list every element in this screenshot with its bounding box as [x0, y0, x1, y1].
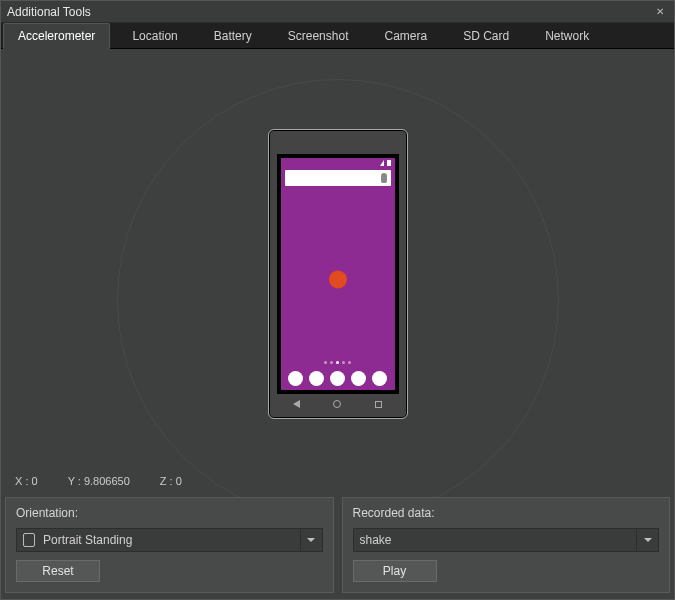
accelerometer-ball [329, 270, 347, 288]
tab-sd-card[interactable]: SD Card [449, 23, 523, 48]
tab-location[interactable]: Location [118, 23, 191, 48]
play-button[interactable]: Play [353, 560, 437, 582]
tab-battery[interactable]: Battery [200, 23, 266, 48]
orientation-panel: Orientation: Portrait Standing Reset [5, 497, 334, 593]
page-indicator [281, 361, 395, 364]
tab-label: Battery [214, 29, 252, 43]
tab-label: Screenshot [288, 29, 349, 43]
tab-label: Location [132, 29, 177, 43]
tab-accelerometer[interactable]: Accelerometer [3, 23, 110, 49]
home-icon [333, 400, 341, 408]
close-icon[interactable]: ✕ [652, 4, 668, 20]
recorded-data-select[interactable]: shake [353, 528, 660, 552]
device-dock [281, 371, 395, 386]
readout-x: X : 0 [15, 475, 38, 487]
tab-label: Network [545, 29, 589, 43]
readout-y: Y : 9.806650 [68, 475, 130, 487]
orientation-select[interactable]: Portrait Standing [16, 528, 323, 552]
device-search-widget [285, 170, 391, 186]
recorded-data-value: shake [360, 533, 392, 547]
accelerometer-readout: X : 0 Y : 9.806650 Z : 0 [15, 475, 182, 487]
tab-label: SD Card [463, 29, 509, 43]
chevron-down-icon [300, 529, 322, 551]
device-screen [281, 158, 395, 390]
device-statusbar [281, 158, 395, 168]
back-icon [293, 400, 300, 408]
window-title: Additional Tools [7, 5, 652, 19]
orientation-value: Portrait Standing [43, 533, 132, 547]
tab-network[interactable]: Network [531, 23, 603, 48]
tab-label: Camera [384, 29, 427, 43]
recents-icon [375, 401, 382, 408]
device-screen-frame [277, 154, 399, 394]
battery-icon [387, 160, 391, 166]
chevron-down-icon [636, 529, 658, 551]
bottom-panels: Orientation: Portrait Standing Reset Rec… [1, 497, 674, 599]
button-label: Reset [42, 564, 73, 578]
reset-button[interactable]: Reset [16, 560, 100, 582]
tab-screenshot[interactable]: Screenshot [274, 23, 363, 48]
device-navbar [277, 396, 399, 412]
accelerometer-stage[interactable]: X : 0 Y : 9.806650 Z : 0 [1, 49, 674, 497]
recorded-data-label: Recorded data: [353, 506, 660, 520]
signal-icon [380, 160, 384, 166]
tab-bar: Accelerometer Location Battery Screensho… [1, 23, 674, 49]
orientation-label: Orientation: [16, 506, 323, 520]
readout-z: Z : 0 [160, 475, 182, 487]
recorded-data-panel: Recorded data: shake Play [342, 497, 671, 593]
titlebar: Additional Tools ✕ [1, 1, 674, 23]
tab-label: Accelerometer [18, 29, 95, 43]
device-mockup[interactable] [268, 129, 408, 419]
tab-camera[interactable]: Camera [370, 23, 441, 48]
button-label: Play [383, 564, 406, 578]
additional-tools-window: Additional Tools ✕ Accelerometer Locatio… [0, 0, 675, 600]
phone-portrait-icon [23, 533, 35, 547]
